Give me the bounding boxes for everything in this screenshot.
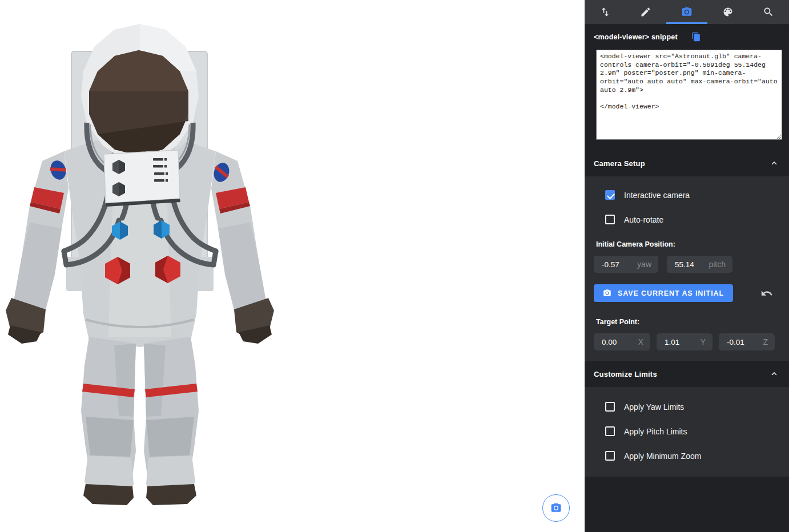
- screenshot-camera-button[interactable]: [542, 494, 570, 522]
- camera-setup-title: Camera Setup: [594, 159, 645, 168]
- target-point-fields: X Y Z: [594, 333, 780, 350]
- save-button-label: SAVE CURRENT AS INITIAL: [618, 289, 724, 297]
- astronaut-legs: [81, 337, 199, 505]
- target-z-input[interactable]: [727, 338, 759, 346]
- interactive-camera-checkbox[interactable]: [605, 190, 615, 200]
- apply-pitch-limits-checkbox[interactable]: [605, 426, 615, 436]
- target-x-input[interactable]: [602, 338, 635, 346]
- tab-search[interactable]: [748, 0, 789, 24]
- customize-limits-header: Customize Limits: [585, 361, 789, 387]
- camera-setup-collapse-button[interactable]: [767, 156, 781, 170]
- auto-rotate-checkbox-row[interactable]: Auto-rotate: [594, 215, 780, 224]
- checkbox-label: Apply Minimum Zoom: [624, 452, 701, 461]
- search-icon: [763, 6, 774, 18]
- copy-icon: [691, 32, 701, 42]
- customize-limits-body: Apply Yaw Limits Apply Pitch Limits Appl…: [585, 387, 789, 477]
- camera-icon: [603, 289, 611, 297]
- save-current-as-initial-button[interactable]: SAVE CURRENT AS INITIAL: [594, 284, 733, 302]
- import-export-icon: [599, 6, 611, 18]
- snippet-header: <model-viewer> snippet: [594, 32, 780, 42]
- initial-camera-position-fields: yaw pitch: [594, 256, 780, 273]
- target-point-label: Target Point:: [596, 318, 780, 326]
- pitch-unit-label: pitch: [705, 260, 726, 269]
- apply-pitch-limits-checkbox-row[interactable]: Apply Pitch Limits: [594, 426, 780, 436]
- snippet-title: <model-viewer> snippet: [594, 33, 678, 41]
- apply-yaw-limits-checkbox[interactable]: [605, 402, 615, 412]
- apply-yaw-limits-checkbox-row[interactable]: Apply Yaw Limits: [594, 402, 780, 412]
- yaw-field[interactable]: yaw: [594, 256, 658, 273]
- target-y-input[interactable]: [665, 338, 697, 346]
- edit-pencil-icon: [640, 6, 651, 18]
- target-z-field[interactable]: Z: [719, 333, 775, 350]
- camera-setup-header: Camera Setup: [585, 150, 789, 176]
- tab-import-export[interactable]: [585, 0, 626, 24]
- yaw-input[interactable]: [602, 260, 634, 269]
- chevron-up-icon: [770, 159, 779, 168]
- editor-tabbar: [585, 0, 789, 24]
- z-unit-label: Z: [759, 337, 768, 346]
- checkbox-label: Auto-rotate: [624, 215, 663, 224]
- palette-icon: [722, 6, 734, 18]
- undo-icon: [760, 287, 773, 300]
- checkbox-label: Apply Yaw Limits: [624, 402, 684, 412]
- target-x-field[interactable]: X: [594, 333, 650, 350]
- checkbox-label: Interactive camera: [624, 191, 690, 200]
- pitch-field[interactable]: pitch: [667, 256, 732, 273]
- x-unit-label: X: [635, 337, 643, 346]
- camera-setup-body: Interactive camera Auto-rotate Initial C…: [585, 176, 789, 361]
- settings-panel: <model-viewer> snippet <model-viewer src…: [585, 0, 789, 532]
- astronaut-chest-panel: [104, 150, 180, 207]
- chevron-up-icon: [770, 369, 779, 378]
- initial-camera-position-label: Initial Camera Position:: [596, 240, 780, 248]
- tab-edit[interactable]: [626, 0, 667, 24]
- tab-camera[interactable]: [666, 0, 707, 24]
- astronaut-model: [0, 17, 285, 514]
- model-viewer-canvas[interactable]: [0, 0, 585, 532]
- tab-materials[interactable]: [707, 0, 748, 24]
- auto-rotate-checkbox[interactable]: [605, 215, 615, 224]
- checkbox-label: Apply Pitch Limits: [624, 427, 687, 436]
- copy-snippet-button[interactable]: [691, 32, 701, 42]
- interactive-camera-checkbox-row[interactable]: Interactive camera: [594, 190, 780, 200]
- snippet-code-textarea[interactable]: <model-viewer src="Astronaut.glb" camera…: [596, 50, 782, 140]
- y-unit-label: Y: [697, 337, 706, 346]
- target-y-field[interactable]: Y: [657, 333, 712, 350]
- apply-minimum-zoom-checkbox[interactable]: [605, 451, 615, 461]
- save-initial-row: SAVE CURRENT AS INITIAL: [594, 284, 780, 302]
- yaw-unit-label: yaw: [634, 260, 651, 269]
- customize-limits-title: Customize Limits: [594, 370, 657, 378]
- camera-icon: [681, 6, 693, 18]
- revert-camera-button[interactable]: [760, 287, 773, 300]
- pitch-input[interactable]: [675, 260, 705, 269]
- apply-minimum-zoom-checkbox-row[interactable]: Apply Minimum Zoom: [594, 451, 780, 461]
- customize-limits-collapse-button[interactable]: [767, 367, 781, 381]
- camera-icon: [550, 502, 562, 514]
